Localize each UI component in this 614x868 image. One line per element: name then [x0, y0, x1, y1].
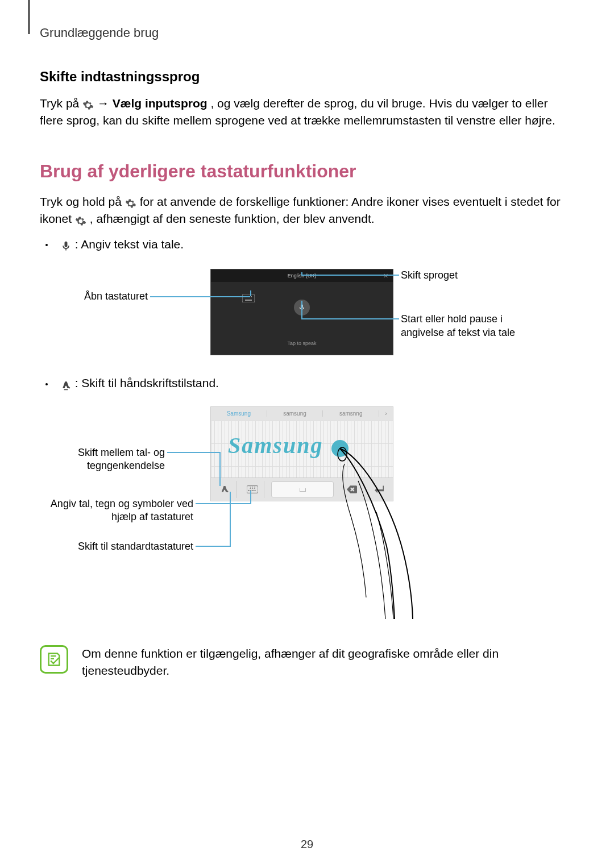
svg-text:1 2 3: 1 2 3 — [250, 487, 256, 489]
callout-line — [301, 301, 302, 319]
section-title-1: Skifte indtastningssprog — [40, 69, 574, 85]
keyboard-num-icon: 1 2 3 — [241, 481, 264, 498]
gear-icon — [125, 197, 136, 208]
callout-line — [196, 546, 230, 547]
suggestion-3: samsnng — [323, 410, 379, 417]
bullet-voice: : Angiv tekst via tale. — [45, 236, 574, 253]
suggestion-1: Samsung — [211, 410, 267, 417]
callout-line — [301, 318, 399, 319]
callout-enter-symbols: Angiv tal, tegn og symboler ved hjælp af… — [45, 497, 193, 524]
close-icon: ✕ — [383, 272, 388, 280]
callout-start-pause: Start eller hold pause i angivelse af te… — [401, 313, 526, 339]
mode-switch-icon — [213, 481, 237, 498]
callout-line — [150, 296, 250, 297]
mic-icon — [60, 239, 72, 251]
callout-line — [196, 503, 250, 504]
section-1-paragraph: Tryk på → Vælg inputsprog , og vælg dere… — [40, 95, 574, 130]
section-title-2: Brug af yderligere tastaturfunktioner — [40, 161, 574, 182]
suggestion-bar: Samsung samsung samsnng › — [211, 407, 393, 421]
callout-change-language: Skift sproget — [401, 269, 515, 282]
callout-line — [219, 452, 221, 486]
callout-line — [301, 275, 399, 276]
bullet-text: : Skift til håndskriftstilstand. — [75, 376, 219, 389]
callout-switch-std: Skift til standardtastaturet — [45, 540, 193, 553]
bullet-dot-icon — [45, 244, 48, 246]
handwriting-icon — [60, 379, 72, 390]
finger-illustration — [324, 433, 432, 620]
text: , afhængigt af den seneste funktion, der… — [90, 212, 375, 225]
text: → — [97, 97, 113, 110]
svg-rect-4 — [251, 296, 252, 297]
callout-line — [301, 272, 302, 276]
callout-switch-num: Skift mellem tal- og tegngenkendelse — [63, 446, 165, 473]
handwriting-diagram: Samsung samsung samsnng › Samsung 1 2 3 … — [40, 406, 574, 628]
page-number: 29 — [0, 838, 614, 851]
chevron-right-icon: › — [379, 410, 393, 417]
svg-rect-8 — [248, 490, 250, 491]
callout-line — [250, 491, 251, 504]
callout-line — [167, 452, 219, 453]
bold-text: Vælg inputsprog — [113, 97, 208, 110]
text: Tryk på — [40, 97, 82, 110]
note-text: Om denne funktion er tilgængelig, afhæng… — [82, 645, 574, 680]
bullet-dot-icon — [45, 383, 48, 385]
callout-line — [250, 290, 251, 296]
voice-input-diagram: English (UK) ✕ Tap to speak Åbn tastatur… — [40, 264, 574, 367]
gear-icon — [75, 214, 86, 226]
svg-rect-10 — [252, 490, 254, 491]
voice-language-bar: English (UK) ✕ — [211, 269, 393, 282]
note-block: Om denne funktion er tilgængelig, afhæng… — [40, 645, 574, 680]
voice-footer-label: Tap to speak — [211, 333, 393, 354]
callout-line — [230, 492, 231, 547]
suggestion-2: samsung — [267, 410, 323, 417]
section-2-paragraph: Tryk og hold på for at anvende de forske… — [40, 193, 574, 228]
svg-rect-11 — [255, 490, 256, 491]
bullet-text: : Angiv tekst via tale. — [75, 238, 184, 251]
page-header: Grundlæggende brug — [40, 26, 574, 40]
note-icon — [40, 645, 68, 674]
gear-icon — [82, 98, 94, 110]
svg-rect-5 — [245, 300, 252, 301]
text: Tryk og hold på — [40, 195, 125, 208]
callout-open-keyboard: Åbn tastaturet — [74, 290, 148, 303]
bullet-handwriting: : Skift til håndskriftstilstand. — [45, 375, 574, 392]
